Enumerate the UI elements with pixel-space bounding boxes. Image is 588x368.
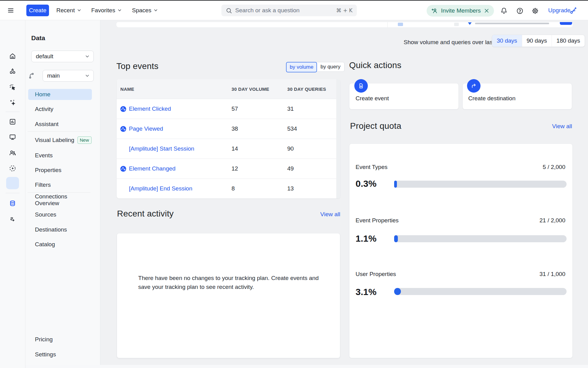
rail-divider: [6, 112, 20, 112]
slider-track[interactable]: [475, 23, 549, 24]
sidebar-item-assistant[interactable]: Assistant: [28, 119, 92, 130]
search-input[interactable]: Search or ask a question ⌘ + K: [221, 5, 357, 16]
close-icon[interactable]: [484, 8, 489, 13]
sidebar: Data default main Home Activity Assistan…: [25, 20, 100, 368]
sidebar-item-destinations[interactable]: Destinations: [28, 224, 92, 235]
chevron-down-icon: [117, 8, 122, 13]
project-quota-view-all[interactable]: View all: [552, 123, 572, 130]
quota-percent: 1.1%: [356, 233, 376, 244]
favorites-menu[interactable]: Favorites: [91, 1, 122, 20]
event-link: Page Viewed: [129, 125, 163, 132]
amplitude-logo-icon: [120, 126, 126, 132]
project-quota-title: Project quota: [350, 121, 401, 131]
table-row: Element Changed 12 49: [117, 159, 340, 178]
spaces-menu[interactable]: Spaces: [132, 1, 158, 20]
sliver-fragment: [454, 23, 459, 26]
col-name: NAME: [117, 86, 232, 92]
mode-toggle: by volume by query: [286, 62, 345, 72]
amplitude-logo-icon: [120, 106, 126, 112]
home-icon[interactable]: [9, 52, 16, 60]
sidebar-item-home[interactable]: Home: [28, 89, 92, 100]
recent-menu[interactable]: Recent: [56, 1, 81, 20]
sidebar-item-visual-labeling[interactable]: Visual LabelingNew: [28, 135, 92, 146]
sidebar-item-properties[interactable]: Properties: [28, 165, 92, 176]
menu-icon[interactable]: [7, 7, 14, 14]
gear-icon[interactable]: [532, 7, 539, 14]
recent-menu-label: Recent: [56, 7, 75, 14]
sidebar-item-filters[interactable]: Filters: [28, 179, 92, 190]
queries-value: 31: [287, 105, 340, 112]
top-events-title: Top events: [116, 61, 158, 71]
data-nav-active[interactable]: [6, 177, 19, 189]
mode-by-query[interactable]: by query: [317, 62, 344, 71]
shapes-icon[interactable]: [9, 67, 16, 75]
table-row: [Amplitude] Start Session 14 90: [117, 139, 340, 159]
chevron-down-icon: [85, 73, 90, 78]
invite-members-button[interactable]: Invite Members: [427, 5, 494, 17]
sparkles-icon[interactable]: [9, 99, 16, 106]
col-queries: 30 DAY QUERIES: [287, 86, 340, 92]
quota-usage: 21 / 2,000: [539, 217, 565, 224]
new-badge: New: [77, 136, 92, 144]
volume-value: 12: [232, 165, 287, 172]
flow-icon[interactable]: [9, 215, 16, 223]
chart-icon[interactable]: [9, 118, 16, 125]
sidebar-item-sources[interactable]: Sources: [28, 209, 92, 220]
sidebar-item-events[interactable]: Events: [28, 150, 92, 161]
monitor-icon[interactable]: [9, 133, 16, 141]
branch-icon: [28, 72, 35, 79]
quota-label: User Properties: [356, 271, 396, 278]
event-link: Element Clicked: [129, 105, 171, 112]
create-destination-label: Create destination: [468, 95, 515, 102]
recent-activity-title: Recent activity: [117, 209, 174, 219]
mode-by-volume[interactable]: by volume: [286, 62, 317, 72]
create-destination-icon: [467, 79, 481, 93]
quota-bar: [394, 235, 567, 242]
upgrade-link[interactable]: Upgrade: [548, 1, 571, 20]
invite-label: Invite Members: [441, 7, 481, 14]
recent-activity-view-all[interactable]: View all: [320, 211, 340, 218]
table-row: Element Clicked 57 31: [117, 99, 340, 119]
app-root: Create Recent Favorites Spaces Search or…: [0, 0, 588, 368]
upgrade-key-icon: [569, 7, 577, 14]
table-row: [Amplitude] End Session 8 13: [117, 178, 340, 198]
period-option-180-days[interactable]: 180 days: [552, 35, 585, 47]
icon-rail: [0, 20, 25, 368]
sidebar-title: Data: [31, 34, 45, 42]
quota-bar: [394, 288, 567, 295]
period-filter-label: Show volume and queries over last: [404, 39, 494, 46]
sidebar-item-catalog[interactable]: Catalog: [28, 239, 92, 250]
sidebar-item-pricing[interactable]: Pricing: [28, 334, 92, 345]
amplitude-logo-icon: [120, 166, 126, 172]
spaces-menu-label: Spaces: [132, 7, 151, 14]
table-header: NAME 30 DAY VOLUME 30 DAY QUERIES: [117, 79, 340, 99]
volume-value: 57: [232, 105, 287, 112]
database-icon[interactable]: [9, 200, 16, 207]
sidebar-item-connections-overview[interactable]: Connections Overview: [28, 194, 92, 205]
sidebar-item-settings[interactable]: Settings: [28, 349, 92, 360]
people-icon[interactable]: [9, 149, 16, 156]
quota-usage: 31 / 1,000: [539, 271, 565, 278]
rail-divider: [6, 193, 20, 193]
table-scrollbar[interactable]: [336, 79, 340, 198]
period-option-90-days[interactable]: 90 days: [522, 35, 552, 47]
chevron-down-icon: [85, 54, 90, 59]
quota-usage: 5 / 2,000: [543, 164, 565, 171]
cursor-click-icon[interactable]: [9, 83, 16, 91]
volume-value: 14: [232, 145, 287, 152]
queries-value: 49: [287, 165, 340, 172]
primary-button-fragment[interactable]: [560, 22, 572, 25]
workspace-select[interactable]: default: [31, 51, 94, 62]
slider-handle-icon[interactable]: [468, 22, 472, 25]
branch-select[interactable]: main: [43, 70, 94, 82]
play-circle-icon[interactable]: [9, 165, 16, 172]
create-button[interactable]: Create: [26, 5, 49, 16]
bell-icon[interactable]: [500, 7, 507, 14]
period-option-30-days[interactable]: 30 days: [492, 35, 522, 47]
help-icon[interactable]: [516, 7, 523, 14]
sidebar-divider: [28, 192, 90, 193]
queries-value: 90: [287, 145, 340, 152]
queries-value: 13: [287, 185, 340, 192]
sidebar-item-activity[interactable]: Activity: [28, 104, 92, 115]
quota-label: Event Properties: [356, 217, 398, 224]
